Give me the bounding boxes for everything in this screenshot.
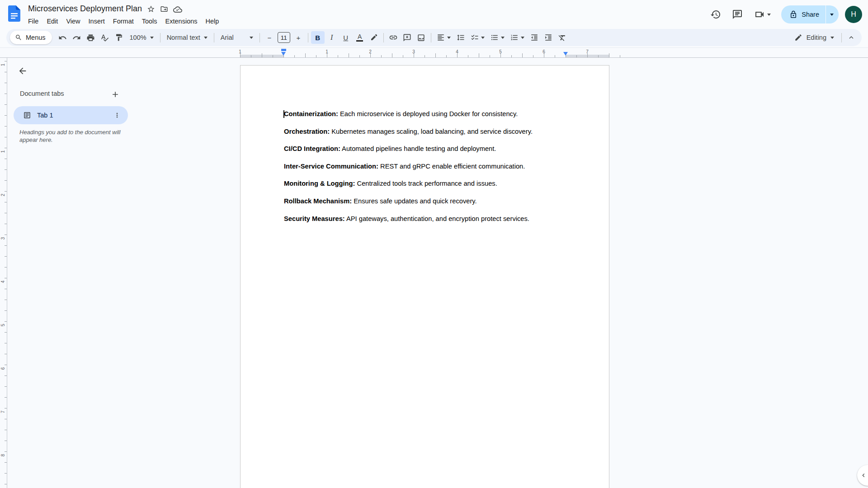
ruler-number: 6 <box>539 49 548 54</box>
tab-document-icon <box>23 111 31 119</box>
add-comment-button[interactable] <box>401 31 414 44</box>
ruler-tick <box>262 53 262 57</box>
bold-button[interactable]: B <box>311 31 325 44</box>
tab-list: Tab 1 <box>14 106 128 124</box>
spellcheck-button[interactable] <box>98 31 112 44</box>
ruler-tick <box>5 213 7 213</box>
chevron-left-icon <box>860 472 867 479</box>
paragraph-text: Automated pipelines handle testing and d… <box>340 145 496 152</box>
text-color-bar <box>356 40 363 42</box>
underline-button[interactable]: U <box>339 31 353 44</box>
highlight-color-button[interactable] <box>367 31 381 44</box>
text-color-button[interactable]: A <box>353 31 367 44</box>
chevron-down-icon <box>481 37 485 39</box>
line-spacing-button[interactable] <box>454 31 467 44</box>
numbered-list-button[interactable] <box>508 31 527 44</box>
left-indent-marker[interactable] <box>281 52 286 56</box>
show-side-panel-button[interactable] <box>857 465 868 486</box>
ruler-tick <box>5 332 7 333</box>
doc-paragraph[interactable]: Rollback Mechanism: Ensures safe updates… <box>284 197 566 206</box>
menu-file[interactable]: File <box>24 16 42 26</box>
ruler-tick <box>5 354 7 354</box>
font-size-input[interactable]: 11 <box>278 32 290 43</box>
doc-paragraph[interactable]: Inter-Service Communication: REST and gR… <box>284 162 566 171</box>
menu-help[interactable]: Help <box>202 16 223 26</box>
doc-content[interactable]: Containerization: Each microservice is d… <box>284 110 566 232</box>
zoom-select[interactable]: 100% <box>126 31 157 44</box>
ruler-tick <box>5 267 7 267</box>
redo-button[interactable] <box>70 31 84 44</box>
menu-extensions[interactable]: Extensions <box>161 16 202 26</box>
ruler-tick <box>5 289 7 289</box>
increase-indent-button[interactable] <box>542 31 555 44</box>
italic-button[interactable]: I <box>325 31 339 44</box>
ruler-number: 3 <box>409 49 418 54</box>
video-call-button[interactable] <box>750 5 775 24</box>
menu-format[interactable]: Format <box>109 16 138 26</box>
chevron-down-icon <box>447 37 451 39</box>
document-page[interactable]: Containerization: Each microservice is d… <box>240 65 609 488</box>
font-size-increase-button[interactable]: + <box>292 31 305 44</box>
first-line-indent-marker[interactable] <box>281 49 286 51</box>
font-select[interactable]: Arial <box>217 31 257 44</box>
ruler-number: 1 <box>322 49 331 54</box>
google-docs-logo-icon[interactable] <box>8 5 20 22</box>
close-tabs-panel-button[interactable] <box>14 62 32 80</box>
doc-paragraph[interactable]: Monitoring & Logging: Centralized tools … <box>284 179 566 188</box>
menu-view[interactable]: View <box>62 16 84 26</box>
chevron-down-icon <box>250 37 253 39</box>
insert-link-button[interactable] <box>387 31 400 44</box>
cloud-saved-icon[interactable] <box>173 5 181 13</box>
paragraph-label: Orchestration: <box>284 128 330 135</box>
insert-image-button[interactable] <box>415 31 428 44</box>
ruler-tick <box>5 310 7 311</box>
paragraph-style-select[interactable]: Normal text <box>163 31 211 44</box>
checklist-button[interactable] <box>468 31 487 44</box>
comments-button[interactable] <box>728 5 747 24</box>
menu-insert[interactable]: Insert <box>85 16 109 26</box>
tab-item[interactable]: Tab 1 <box>14 106 128 124</box>
share-button[interactable]: Share <box>781 5 839 23</box>
align-button[interactable] <box>434 31 453 44</box>
ruler-tick <box>5 94 7 94</box>
hide-toolbar-button[interactable] <box>844 31 858 44</box>
ruler-tick <box>5 83 7 83</box>
doc-paragraph[interactable]: CI/CD Integration: Automated pipelines h… <box>284 145 566 153</box>
move-folder-icon[interactable] <box>160 5 168 13</box>
decrease-indent-button[interactable] <box>528 31 541 44</box>
doc-paragraph[interactable]: Orchestration: Kubernetes manages scalin… <box>284 127 566 136</box>
chevron-down-icon <box>830 14 834 16</box>
paragraph-text: API gateways, authentication, and encryp… <box>345 215 529 222</box>
doc-paragraph[interactable]: Containerization: Each microservice is d… <box>284 110 566 118</box>
toolbar-divider <box>160 33 160 42</box>
menus-search-button[interactable]: Menus <box>10 31 52 44</box>
tab-options-button[interactable] <box>112 110 123 121</box>
doc-paragraph[interactable]: Security Measures: API gateways, authent… <box>284 215 566 223</box>
plus-icon <box>111 90 120 99</box>
editing-mode-select[interactable]: Editing <box>790 31 839 44</box>
ruler-tick <box>5 115 7 116</box>
style-value: Normal text <box>167 34 200 41</box>
toolbar-divider <box>841 33 842 42</box>
star-icon[interactable] <box>147 5 155 13</box>
paragraph-label: Monitoring & Logging: <box>284 180 355 187</box>
right-indent-marker[interactable] <box>563 52 568 56</box>
menu-tools[interactable]: Tools <box>138 16 161 26</box>
undo-button[interactable] <box>56 31 70 44</box>
menu-bar: FileEditViewInsertFormatToolsExtensionsH… <box>24 15 223 27</box>
print-button[interactable] <box>84 31 98 44</box>
back-arrow-icon <box>18 66 28 76</box>
document-title[interactable]: Microservices Deployment Plan <box>28 4 142 14</box>
avatar[interactable]: H <box>845 6 862 23</box>
toolbar-divider <box>259 33 260 42</box>
version-history-button[interactable] <box>706 5 725 24</box>
paint-format-button[interactable] <box>112 31 126 44</box>
share-dropdown[interactable] <box>826 5 839 23</box>
add-tab-button[interactable] <box>108 88 122 101</box>
tab-label: Tab 1 <box>37 112 112 119</box>
clear-formatting-button[interactable] <box>556 31 569 44</box>
menu-edit[interactable]: Edit <box>42 16 62 26</box>
font-size-decrease-button[interactable]: − <box>263 31 276 44</box>
bulleted-list-button[interactable] <box>488 31 507 44</box>
ruler-number: 1 <box>236 49 245 54</box>
